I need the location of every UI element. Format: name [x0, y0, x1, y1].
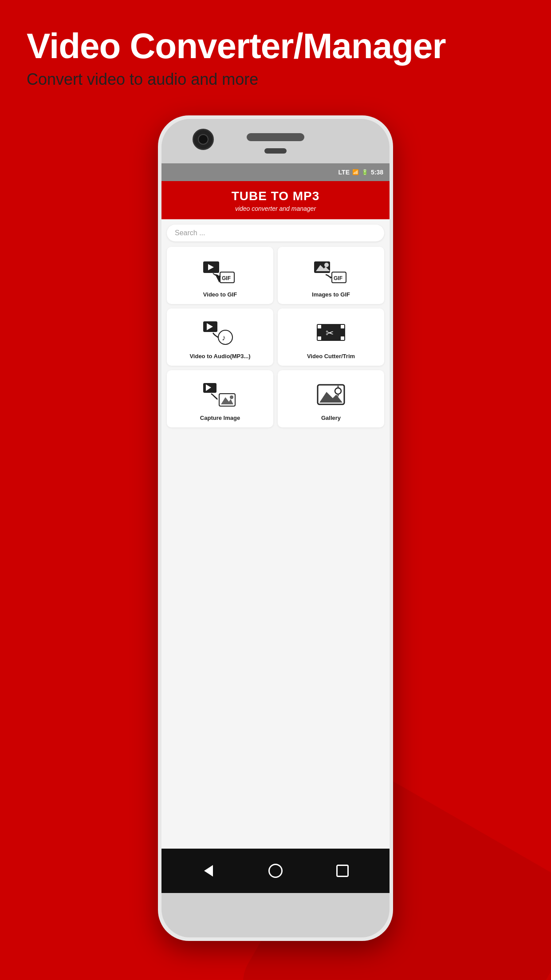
- nav-home-button[interactable]: [264, 860, 287, 882]
- page-title: Video Converter/Manager: [27, 27, 446, 66]
- video-to-gif-icon-area: GIF: [200, 256, 240, 287]
- feature-gallery[interactable]: Gallery: [278, 370, 384, 427]
- app-title: TUBE TO MP3: [166, 189, 385, 203]
- page-subtitle: Convert video to audio and more: [27, 70, 446, 89]
- svg-point-7: [324, 263, 329, 267]
- svg-rect-18: [318, 336, 321, 340]
- video-cutter-icon-area: ✂: [311, 317, 351, 348]
- svg-point-30: [335, 388, 341, 394]
- feature-capture-image[interactable]: Capture Image: [167, 370, 273, 427]
- phone-speaker: [247, 133, 304, 141]
- images-to-gif-icon: GIF: [313, 258, 349, 285]
- capture-image-label: Capture Image: [200, 415, 240, 421]
- feature-images-to-gif[interactable]: GIF Images to GIF: [278, 247, 384, 304]
- svg-text:♪: ♪: [222, 333, 226, 342]
- status-lte: LTE: [338, 169, 350, 176]
- svg-rect-20: [341, 336, 344, 340]
- phone-button: [264, 148, 287, 154]
- video-cutter-icon: ✂: [313, 320, 349, 346]
- capture-image-icon: [202, 381, 238, 408]
- feature-video-to-gif[interactable]: GIF: [167, 247, 273, 304]
- search-bar[interactable]: Search ...: [167, 225, 384, 241]
- status-signal-icon: 📶: [352, 169, 359, 175]
- search-placeholder: Search ...: [175, 229, 205, 237]
- svg-rect-17: [318, 325, 321, 328]
- video-to-audio-icon: ♪: [202, 320, 238, 346]
- app-subtitle: video converter and manager: [166, 205, 385, 212]
- video-to-gif-icon: GIF: [202, 258, 238, 285]
- phone-camera: [193, 129, 214, 150]
- images-to-gif-label: Images to GIF: [312, 291, 350, 298]
- gallery-label: Gallery: [321, 415, 341, 421]
- feature-video-to-audio[interactable]: ♪ Video to Audio(MP3...): [167, 308, 273, 366]
- svg-text:GIF: GIF: [334, 275, 342, 281]
- app-content: Search ...: [161, 219, 390, 893]
- features-grid: GIF: [167, 247, 384, 427]
- video-cutter-label: Video Cutter/Trim: [307, 353, 355, 360]
- phone-mockup: LTE 📶 🔋 5:38 TUBE TO MP3 video converter…: [158, 115, 393, 941]
- video-to-audio-icon-area: ♪: [200, 317, 240, 348]
- status-time: 5:38: [371, 169, 383, 176]
- nav-back-button[interactable]: [197, 860, 220, 882]
- images-to-gif-icon-area: GIF: [311, 256, 351, 287]
- feature-video-cutter[interactable]: ✂ Video Cutter/Trim: [278, 308, 384, 366]
- page-header: Video Converter/Manager Convert video to…: [27, 27, 446, 89]
- svg-point-27: [230, 395, 233, 399]
- gallery-icon: [313, 381, 349, 408]
- video-to-audio-label: Video to Audio(MP3...): [189, 353, 250, 360]
- capture-image-icon-area: [200, 379, 240, 410]
- svg-text:✂: ✂: [326, 328, 334, 339]
- screen-content: LTE 📶 🔋 5:38 TUBE TO MP3 video converter…: [161, 163, 390, 893]
- phone-screen: LTE 📶 🔋 5:38 TUBE TO MP3 video converter…: [161, 163, 390, 893]
- phone-inner: LTE 📶 🔋 5:38 TUBE TO MP3 video converter…: [161, 119, 390, 937]
- gallery-icon-area: [311, 379, 351, 410]
- status-bar: LTE 📶 🔋 5:38: [161, 163, 390, 181]
- app-header: TUBE TO MP3 video converter and manager: [161, 181, 390, 219]
- nav-bar: [161, 849, 390, 893]
- svg-text:GIF: GIF: [222, 275, 231, 281]
- nav-recent-button[interactable]: [331, 860, 354, 882]
- status-battery-icon: 🔋: [362, 169, 368, 175]
- svg-rect-19: [341, 325, 344, 328]
- video-to-gif-label: Video to GIF: [203, 291, 237, 298]
